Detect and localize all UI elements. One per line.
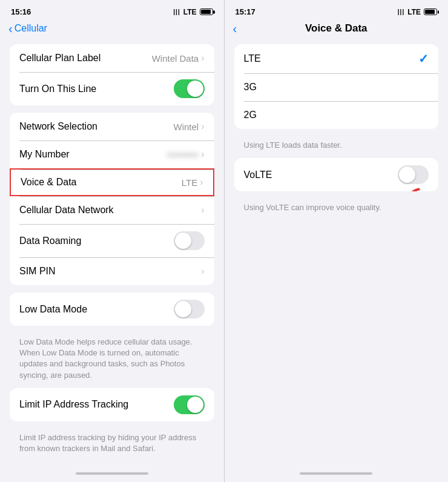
limit-ip-cell: Limit IP Address Tracking: [10, 388, 214, 421]
2g-cell[interactable]: 2G: [234, 101, 439, 129]
lte-cell[interactable]: LTE ✓: [234, 44, 439, 73]
cellular-data-network-cell[interactable]: Cellular Data Network ›: [10, 196, 214, 224]
my-number-text: My Number: [19, 149, 167, 160]
lte-label-left: LTE: [183, 8, 197, 16]
sim-pin-cell[interactable]: SIM PIN ›: [10, 257, 214, 285]
sim-pin-chevron-icon: ›: [201, 266, 204, 277]
lte-desc: Using LTE loads data faster.: [234, 136, 439, 158]
volte-desc: Using VoLTE can improve voice quality.: [234, 199, 439, 220]
cellular-plan-chevron-icon: ›: [201, 53, 204, 64]
my-number-value: ••••••••••: [167, 150, 199, 160]
data-roaming-knob: [175, 233, 191, 249]
back-button-right[interactable]: ‹: [233, 22, 238, 35]
voice-data-cell[interactable]: Voice & Data LTE ›: [10, 168, 214, 196]
signal-dots-right: |||: [398, 8, 404, 15]
section-limit-ip: Limit IP Address Tracking: [10, 388, 214, 421]
3g-text: 3G: [244, 82, 429, 93]
sim-pin-text: SIM PIN: [19, 266, 201, 277]
my-number-chevron-icon: ›: [201, 149, 204, 160]
status-bar-right: 15:17 ||| LTE: [225, 0, 449, 20]
low-data-mode-toggle[interactable]: [174, 300, 205, 319]
low-data-mode-cell: Low Data Mode: [10, 292, 214, 326]
volte-knob: [399, 167, 415, 183]
status-bar-left: 15:16 ||| LTE: [0, 0, 224, 20]
status-right-right: ||| LTE: [398, 8, 437, 16]
lte-text: LTE: [244, 53, 419, 64]
data-roaming-cell: Data Roaming: [10, 224, 214, 257]
nav-bar-left: ‹ Cellular: [0, 20, 224, 39]
3g-cell[interactable]: 3G: [234, 73, 439, 101]
toggle-knob: [187, 81, 203, 97]
battery-fill-right: [425, 10, 435, 14]
volte-text: VoLTE: [244, 170, 398, 180]
low-data-mode-knob: [175, 301, 191, 317]
data-roaming-toggle[interactable]: [174, 231, 205, 250]
network-selection-text: Network Selection: [19, 121, 173, 132]
data-roaming-text: Data Roaming: [19, 236, 174, 246]
volte-cell: VoLTE: [234, 158, 439, 191]
left-scroll: Cellular Plan Label Wintel Data › Turn O…: [0, 39, 224, 469]
2g-text: 2G: [244, 110, 429, 120]
home-bar-left: [76, 472, 148, 475]
low-data-mode-text: Low Data Mode: [19, 304, 174, 315]
battery-fill-left: [201, 10, 211, 14]
back-button-left[interactable]: ‹ Cellular: [8, 22, 47, 35]
section-low-data: Low Data Mode: [10, 292, 214, 326]
limit-ip-desc: Limit IP address tracking by hiding your…: [10, 429, 214, 461]
right-scroll: LTE ✓ 3G 2G Using LTE loads data faster.…: [225, 39, 449, 469]
chevron-left-icon-right: ‹: [233, 22, 237, 35]
right-panel: 15:17 ||| LTE ‹ Voice & Data LTE ✓ 3G: [225, 0, 449, 482]
lte-label-right: LTE: [407, 8, 421, 16]
turn-on-line-toggle[interactable]: [174, 79, 205, 98]
section-plan: Cellular Plan Label Wintel Data › Turn O…: [10, 44, 214, 105]
time-right: 15:17: [236, 7, 255, 16]
page-title-right: Voice & Data: [305, 22, 367, 35]
limit-ip-knob: [187, 397, 203, 413]
home-indicator-left: [0, 469, 224, 482]
signal-dots-left: |||: [173, 8, 180, 15]
volte-toggle[interactable]: [398, 165, 429, 184]
battery-left: [200, 8, 213, 15]
network-selection-value: Wintel: [173, 122, 199, 132]
section-voice-options: LTE ✓ 3G 2G: [234, 44, 439, 129]
voice-data-text: Voice & Data: [21, 177, 182, 188]
turn-on-line-cell: Turn On This Line: [10, 72, 214, 105]
home-bar-right: [300, 472, 372, 475]
home-indicator-right: [225, 469, 449, 482]
cellular-plan-label-text: Cellular Plan Label: [19, 53, 152, 64]
my-number-cell[interactable]: My Number •••••••••• ›: [10, 140, 214, 168]
battery-right: [424, 8, 437, 15]
time-left: 15:16: [11, 7, 31, 16]
voice-data-chevron-icon: ›: [200, 177, 203, 188]
voice-data-value: LTE: [182, 177, 197, 188]
turn-on-line-text: Turn On This Line: [19, 84, 174, 94]
section-volte: VoLTE: [234, 158, 439, 191]
limit-ip-text: Limit IP Address Tracking: [19, 399, 174, 410]
network-selection-chevron-icon: ›: [201, 121, 204, 132]
cellular-data-network-chevron-icon: ›: [201, 205, 204, 216]
cellular-plan-label-cell[interactable]: Cellular Plan Label Wintel Data ›: [10, 44, 214, 72]
nav-bar-right: ‹ Voice & Data: [225, 20, 449, 39]
section-network: Network Selection Wintel › My Number •••…: [10, 113, 214, 285]
limit-ip-toggle[interactable]: [174, 395, 205, 414]
network-selection-cell[interactable]: Network Selection Wintel ›: [10, 113, 214, 140]
low-data-desc: Low Data Mode helps reduce cellular data…: [10, 333, 214, 388]
chevron-left-icon: ‹: [8, 22, 13, 35]
back-label-left: Cellular: [15, 23, 47, 34]
cellular-plan-value: Wintel Data: [152, 53, 199, 64]
cellular-data-network-text: Cellular Data Network: [19, 205, 201, 216]
lte-checkmark-icon: ✓: [418, 51, 429, 66]
status-right-left: ||| LTE: [173, 8, 212, 16]
left-panel: 15:16 ||| LTE ‹ Cellular Cellular Plan L…: [0, 0, 224, 482]
